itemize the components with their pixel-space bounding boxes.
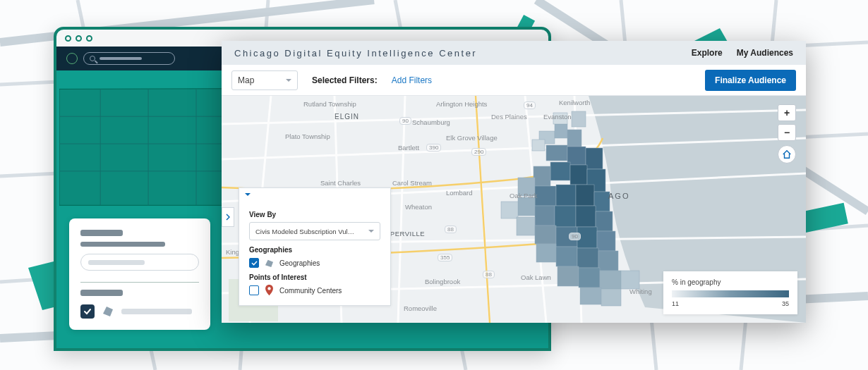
- geographies-checkbox[interactable]: [249, 258, 259, 268]
- sidebar-card-placeholder: [69, 218, 210, 330]
- svg-rect-14: [534, 166, 550, 186]
- map-canvas[interactable]: ELGIN Rutland Township Plato Township Sa…: [222, 96, 806, 323]
- svg-rect-6: [555, 124, 567, 138]
- home-icon: [782, 149, 792, 159]
- svg-rect-21: [501, 202, 518, 218]
- svg-rect-8: [546, 145, 567, 161]
- geography-icon: [102, 305, 114, 318]
- svg-rect-36: [579, 268, 600, 288]
- svg-rect-40: [601, 289, 621, 306]
- poi-label: Points of Interest: [249, 273, 380, 281]
- map-control-panel: View By Civis Modeled Subscription Vul… …: [239, 187, 391, 306]
- community-centers-label: Community Centers: [279, 287, 342, 295]
- legend-max: 35: [782, 300, 789, 307]
- legend-gradient: [672, 290, 789, 297]
- legend-min: 11: [672, 300, 679, 307]
- view-type-value: Map: [238, 75, 254, 85]
- svg-rect-11: [550, 162, 570, 180]
- road-shield-390: 390: [426, 144, 441, 152]
- zoom-in-button[interactable]: +: [778, 104, 796, 121]
- browser-search-pill: [83, 52, 175, 65]
- map-legend: % in geography 11 35: [663, 271, 797, 314]
- panel-toggle-button[interactable]: [222, 207, 234, 227]
- road-shield-94: 94: [524, 101, 536, 109]
- svg-rect-38: [621, 271, 639, 289]
- svg-rect-18: [576, 185, 594, 206]
- road-shield-90b: 90: [569, 233, 581, 240]
- svg-rect-24: [576, 206, 596, 227]
- geographies-option-label: Geographies: [279, 259, 320, 267]
- svg-rect-35: [557, 266, 579, 286]
- nav-my-audiences[interactable]: My Audiences: [737, 48, 793, 58]
- view-by-value: Civis Modeled Subscription Vul…: [255, 228, 354, 235]
- zoom-out-button[interactable]: −: [778, 124, 796, 141]
- app-title: Chicago Digital Equity Intelligence Cent…: [234, 48, 477, 58]
- svg-rect-20: [518, 197, 535, 216]
- svg-rect-17: [556, 185, 576, 206]
- geographies-label: Geographies: [249, 246, 380, 254]
- svg-rect-37: [600, 271, 621, 289]
- legend-title: % in geography: [672, 278, 789, 286]
- svg-rect-30: [597, 231, 615, 251]
- chevron-right-icon: [226, 214, 230, 221]
- road-shield-88b: 88: [483, 271, 495, 278]
- zoom-home-button[interactable]: [778, 145, 796, 164]
- filter-bar: Map Selected Filters: Add Filters Finali…: [222, 65, 806, 96]
- caret-down-icon: [245, 193, 251, 196]
- add-filters-link[interactable]: Add Filters: [392, 75, 432, 85]
- svg-point-44: [267, 288, 270, 290]
- checkbox-icon: [80, 304, 95, 319]
- finalize-audience-button[interactable]: Finalize Audience: [705, 70, 796, 91]
- svg-rect-43: [572, 111, 586, 127]
- svg-rect-34: [598, 251, 618, 271]
- pin-icon: [265, 286, 274, 295]
- app-header: Chicago Digital Equity Intelligence Cent…: [222, 41, 806, 65]
- svg-rect-31: [536, 244, 556, 262]
- road-shield-355: 355: [438, 254, 452, 261]
- road-shield-90a: 90: [399, 117, 411, 125]
- svg-rect-25: [596, 211, 613, 231]
- svg-rect-7: [567, 130, 581, 147]
- svg-rect-12: [570, 165, 587, 185]
- svg-rect-22: [535, 206, 555, 226]
- caret-down-icon: [368, 230, 374, 233]
- nav-explore[interactable]: Explore: [692, 48, 723, 58]
- svg-rect-26: [517, 217, 535, 235]
- svg-rect-41: [532, 140, 545, 151]
- caret-down-icon: [286, 79, 291, 82]
- community-centers-checkbox[interactable]: [249, 285, 259, 295]
- zoom-controls: + −: [778, 104, 796, 164]
- view-by-select[interactable]: Civis Modeled Subscription Vul…: [249, 222, 380, 240]
- app-window: Chicago Digital Equity Intelligence Cent…: [222, 41, 806, 323]
- svg-rect-27: [535, 226, 556, 244]
- svg-rect-16: [535, 186, 556, 206]
- panel-collapse-toggle[interactable]: [239, 188, 390, 201]
- view-by-label: View By: [249, 211, 380, 218]
- svg-rect-10: [586, 148, 603, 169]
- selected-filters-label: Selected Filters:: [312, 75, 378, 85]
- svg-rect-19: [594, 192, 610, 211]
- svg-rect-39: [580, 288, 601, 304]
- svg-rect-32: [556, 247, 577, 266]
- svg-rect-42: [553, 113, 567, 124]
- svg-rect-15: [518, 178, 535, 196]
- svg-rect-23: [555, 206, 576, 227]
- road-shield-88a: 88: [445, 226, 457, 233]
- svg-rect-33: [577, 248, 598, 268]
- geography-shape-icon: [265, 259, 274, 268]
- view-type-select[interactable]: Map: [231, 70, 298, 90]
- road-shield-290: 290: [471, 148, 486, 156]
